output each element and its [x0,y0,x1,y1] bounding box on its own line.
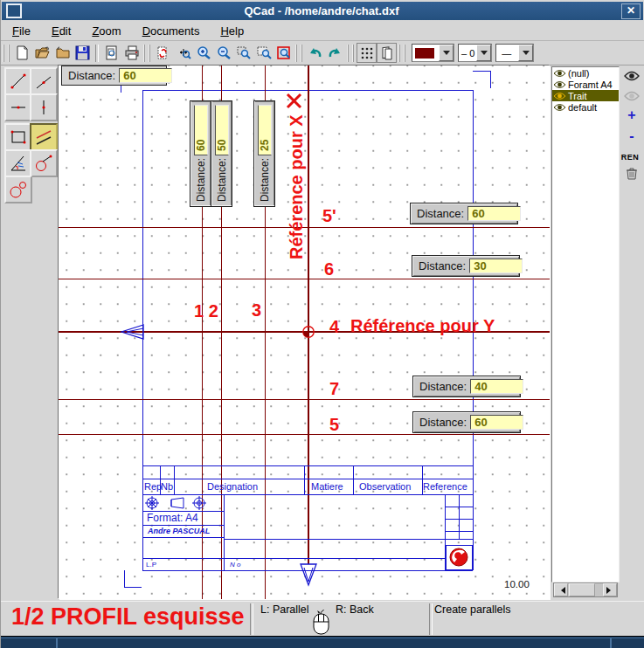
projection-symbols [145,496,222,510]
qcad-logo [446,545,473,570]
save-button[interactable] [73,43,93,63]
width-value: 0 [469,48,474,59]
zoom-in-button[interactable] [193,43,213,63]
line-horizontal-tool[interactable] [4,93,32,121]
toolbar-handle[interactable] [3,45,10,62]
close-button[interactable]: ✕ [621,3,641,19]
print-preview-button[interactable] [101,43,121,63]
layer-item-default[interactable]: default [552,101,619,113]
layer-item-format-a4[interactable]: Foramt A4 [552,79,619,90]
zoom-window-icon [236,45,252,60]
window-menu-icon[interactable] [6,3,22,18]
scroll-right-button[interactable] [603,583,617,596]
title-bar[interactable]: QCad - /home/andre/chat.dxf ✕ [2,2,643,20]
layer-item-null[interactable]: (null) [552,67,619,79]
rectangle-tool[interactable] [4,123,32,151]
zoom-auto-icon [176,45,191,60]
distance-input[interactable] [470,379,523,394]
linestyle-dropdown-arrow[interactable] [518,45,533,61]
mouse-right-hint: R: Back [336,603,374,616]
title-block-header-matiere: Matiere [311,481,343,492]
title-block-line [142,479,473,479]
linestyle-select[interactable]: — [495,44,534,62]
menu-zoom[interactable]: Zoom [84,23,128,39]
line-angle-tool[interactable] [30,67,58,95]
drawing-canvas[interactable]: Rep Nb Designation Matiere Observation R… [59,65,550,599]
eye-closed-icon [624,91,640,101]
width-dropdown-arrow[interactable] [476,45,491,61]
title-block-header-observation: Observation [359,481,411,492]
distance-input[interactable] [119,68,172,83]
zoom-pan-icon [256,45,272,60]
open-folder-button[interactable] [52,43,73,63]
print-button[interactable] [121,43,142,63]
folder-icon [55,45,71,60]
toolbar-handle[interactable] [347,45,354,62]
line-vertical-tool[interactable] [30,93,58,121]
redo-button[interactable] [325,43,345,63]
menu-documents[interactable]: Documents [135,23,208,39]
bisector-tool[interactable] [4,149,32,177]
width-select[interactable]: – 0 [458,44,492,62]
layer-item-trait[interactable]: Trait [552,90,619,101]
color-dropdown-arrow[interactable] [439,45,454,61]
bottom-edge-divider [56,638,58,648]
vertical-distance-widget: Distance: [253,100,275,207]
pages-button[interactable] [377,43,397,63]
tangent-circles-tool[interactable] [4,176,32,203]
layer-list-hscrollbar[interactable] [553,583,618,597]
redraw-button[interactable] [153,43,173,63]
construction-line-h6 [59,279,550,279]
hide-layer-button[interactable] [622,88,641,104]
title-block-line [142,494,473,495]
distance-input[interactable] [194,105,208,155]
title-block-no: N o [230,561,240,569]
toolbar-handle[interactable] [143,45,150,62]
toolbar-handle[interactable] [295,45,302,62]
tangent-line-icon [34,154,53,173]
menu-file[interactable]: File [4,23,38,39]
color-select[interactable] [412,44,454,62]
menu-edit[interactable]: Edit [44,23,79,39]
delete-layer-button[interactable] [622,165,641,181]
distance-input[interactable] [470,415,523,430]
distance-label: Distance: [195,158,207,202]
reference-line-x [308,65,309,564]
zoom-window-button[interactable] [233,43,253,63]
zoom-pan-button[interactable] [253,43,274,63]
tangent-line-tool[interactable] [30,149,58,177]
open-file-button[interactable] [32,43,52,63]
line-two-points-tool[interactable] [4,67,32,95]
distance-label: Distance: [419,259,466,272]
window-bottom-edge [1,636,644,648]
menu-help[interactable]: Help [212,23,252,39]
undo-button[interactable] [305,43,325,63]
add-layer-button[interactable]: + [622,107,641,123]
scroll-left-button[interactable] [554,583,568,596]
redraw-icon [156,45,170,60]
parallel-tool[interactable] [30,123,58,151]
status-divider [429,603,433,635]
zoom-previous-button[interactable] [274,43,294,63]
distance-input[interactable] [258,105,272,155]
rectangle-icon [9,128,28,147]
distance-input[interactable] [467,206,521,221]
new-file-button[interactable] [12,43,32,63]
scroll-thumb[interactable] [569,583,595,596]
title-block-line [142,558,473,559]
distance-input[interactable] [215,105,229,155]
layer-list[interactable]: (null) Foramt A4 Trait default [551,66,620,583]
zoom-out-button[interactable] [213,43,233,63]
corner-mark [473,71,490,72]
toolbar-handle[interactable] [398,45,405,62]
corner-mark [124,570,125,587]
zoom-auto-button[interactable] [173,43,193,63]
distance-input[interactable] [469,259,523,273]
show-layer-button[interactable] [622,68,641,84]
title-block-author: Andre PASCUAL [148,527,210,535]
title-block-line [224,494,225,570]
remove-layer-button[interactable]: - [622,128,641,144]
rename-layer-button[interactable]: REN [620,149,640,165]
grid-toggle-button[interactable] [357,43,377,63]
line-two-points-icon [9,72,28,91]
